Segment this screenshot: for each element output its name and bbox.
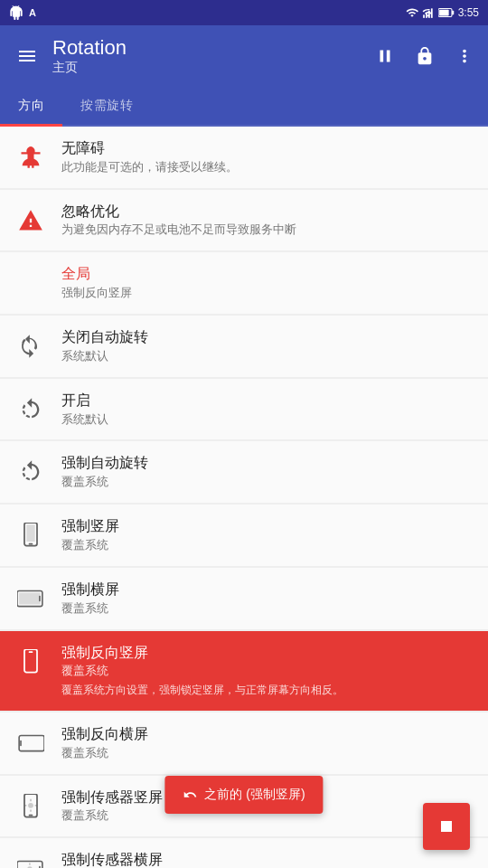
no-barrier-text: 无障碍 此功能是可选的，请接受以继续。 bbox=[61, 139, 474, 175]
reverse-portrait-icon bbox=[21, 649, 41, 675]
svg-rect-9 bbox=[26, 524, 34, 542]
global-text: 全局 强制反向竖屏 bbox=[61, 265, 474, 301]
sensor-portrait-icon-container bbox=[14, 790, 47, 823]
force-auto-rotate-title: 强制自动旋转 bbox=[61, 454, 474, 473]
turn-on-text: 开启 系统默认 bbox=[61, 392, 474, 428]
pause-button[interactable] bbox=[372, 43, 398, 69]
turn-on-subtitle: 系统默认 bbox=[61, 412, 474, 428]
force-sensor-landscape-title: 强制传感器横屏 bbox=[61, 851, 474, 868]
force-auto-rotate-subtitle: 覆盖系统 bbox=[61, 475, 474, 490]
sensor-portrait-icon bbox=[21, 794, 41, 819]
global-icon-container bbox=[14, 267, 47, 299]
app-title: Rotation bbox=[52, 36, 372, 60]
rotate-on-icon-container bbox=[14, 393, 47, 426]
ignore-optimize-text: 忽略优化 为避免因内存不足或电池不足而导致服务中断 bbox=[61, 203, 474, 239]
global-title: 全局 bbox=[61, 265, 474, 284]
list-item-no-barrier[interactable]: 无障碍 此功能是可选的，请接受以继续。 bbox=[0, 127, 488, 188]
rotate-on-icon bbox=[18, 397, 43, 422]
close-auto-rotate-subtitle: 系统默认 bbox=[61, 349, 474, 364]
no-barrier-title: 无障碍 bbox=[61, 139, 474, 158]
list-item-force-sensor-landscape[interactable]: 强制传感器横屏 覆盖系统 bbox=[0, 838, 488, 868]
force-portrait-title: 强制竖屏 bbox=[61, 517, 474, 536]
force-reverse-portrait-text: 强制反向竖屏 覆盖系统 覆盖系统方向设置，强制锁定竖屏，与正常屏幕方向相反。 bbox=[61, 644, 474, 698]
svg-rect-15 bbox=[29, 651, 33, 653]
force-reverse-landscape-title: 强制反向横屏 bbox=[61, 725, 474, 744]
portrait-icon bbox=[21, 523, 41, 548]
list-item-turn-on[interactable]: 开启 系统默认 bbox=[0, 379, 488, 440]
toolbar-title-block: Rotation 主页 bbox=[52, 36, 372, 76]
toolbar-actions bbox=[372, 43, 477, 69]
more-icon bbox=[455, 46, 474, 66]
force-reverse-landscape-text: 强制反向横屏 覆盖系统 bbox=[61, 725, 474, 761]
list-item-force-landscape[interactable]: 强制横屏 覆盖系统 bbox=[0, 568, 488, 629]
close-auto-rotate-text: 关闭自动旋转 系统默认 bbox=[61, 328, 474, 364]
no-barrier-subtitle: 此功能是可选的，请接受以继续。 bbox=[61, 160, 474, 175]
undo-button[interactable]: 之前的 (强制竖屏) bbox=[164, 776, 323, 814]
undo-icon bbox=[183, 788, 197, 802]
svg-rect-12 bbox=[19, 592, 41, 604]
force-reverse-landscape-subtitle: 覆盖系统 bbox=[61, 746, 474, 761]
list-item-close-auto-rotate[interactable]: 关闭自动旋转 系统默认 bbox=[0, 316, 488, 377]
reverse-landscape-icon-container bbox=[14, 727, 47, 760]
turn-on-title: 开启 bbox=[61, 392, 474, 410]
svg-rect-1 bbox=[426, 13, 427, 18]
tab-direction[interactable]: 方向 bbox=[0, 87, 62, 125]
force-auto-rotate-icon bbox=[18, 459, 43, 485]
svg-rect-6 bbox=[452, 11, 454, 15]
battery-icon bbox=[438, 6, 455, 19]
landscape-icon-container bbox=[14, 582, 47, 615]
wifi-icon bbox=[406, 6, 418, 19]
rotate-off-icon bbox=[18, 334, 43, 359]
reverse-landscape-icon bbox=[17, 733, 44, 753]
content-area: 无障碍 此功能是可选的，请接受以继续。 忽略优化 为避免因内存不足或电池不足而导… bbox=[0, 127, 488, 868]
pause-icon bbox=[375, 46, 395, 66]
svg-rect-13 bbox=[39, 596, 41, 601]
person-icon-container bbox=[14, 141, 47, 174]
portrait-icon-container bbox=[14, 519, 47, 552]
force-reverse-portrait-desc: 覆盖系统方向设置，强制锁定竖屏，与正常屏幕方向相反。 bbox=[61, 683, 474, 698]
status-bar-left: A bbox=[9, 5, 36, 20]
menu-icon bbox=[16, 45, 38, 67]
stop-fab[interactable] bbox=[423, 803, 470, 850]
list-item-force-auto-rotate[interactable]: 强制自动旋转 覆盖系统 bbox=[0, 441, 488, 503]
list-item-ignore-optimize[interactable]: 忽略优化 为避免因内存不足或电池不足而导致服务中断 bbox=[0, 190, 488, 251]
rotate-off-icon-container bbox=[14, 330, 47, 363]
svg-point-20 bbox=[28, 803, 33, 808]
menu-button[interactable] bbox=[11, 45, 43, 67]
signal-icon bbox=[422, 6, 435, 19]
stop-icon bbox=[436, 816, 457, 837]
app-subtitle: 主页 bbox=[52, 60, 372, 76]
reverse-portrait-icon-container bbox=[14, 646, 47, 678]
list-item-force-reverse-portrait[interactable]: 强制反向竖屏 覆盖系统 覆盖系统方向设置，强制锁定竖屏，与正常屏幕方向相反。 bbox=[0, 631, 488, 711]
global-subtitle: 强制反向竖屏 bbox=[61, 286, 474, 301]
warning-icon bbox=[18, 208, 43, 233]
svg-rect-19 bbox=[29, 814, 33, 816]
status-time: 3:55 bbox=[458, 6, 479, 19]
svg-rect-17 bbox=[20, 741, 22, 746]
list-item-global[interactable]: 全局 强制反向竖屏 bbox=[0, 252, 488, 314]
lock-icon bbox=[415, 46, 435, 66]
force-landscape-subtitle: 覆盖系统 bbox=[61, 601, 474, 617]
force-landscape-text: 强制横屏 覆盖系统 bbox=[61, 580, 474, 617]
svg-rect-3 bbox=[431, 8, 433, 17]
force-auto-rotate-icon-container bbox=[14, 456, 47, 488]
tab-bar: 方向 按需旋转 bbox=[0, 87, 488, 127]
status-bar-right: 3:55 bbox=[406, 6, 479, 19]
status-bar-app-icon: A bbox=[29, 7, 36, 18]
force-reverse-portrait-title: 强制反向竖屏 bbox=[61, 644, 474, 663]
close-auto-rotate-title: 关闭自动旋转 bbox=[61, 328, 474, 347]
ignore-optimize-subtitle: 为避免因内存不足或电池不足而导致服务中断 bbox=[61, 222, 474, 238]
force-landscape-title: 强制横屏 bbox=[61, 580, 474, 599]
status-bar: A 3:55 bbox=[0, 0, 488, 25]
list-item-force-portrait[interactable]: 强制竖屏 覆盖系统 bbox=[0, 505, 488, 566]
landscape-icon bbox=[17, 589, 44, 609]
toolbar: Rotation 主页 bbox=[0, 25, 488, 87]
force-portrait-subtitle: 覆盖系统 bbox=[61, 538, 474, 553]
more-button[interactable] bbox=[452, 43, 477, 69]
force-reverse-portrait-subtitle: 覆盖系统 bbox=[61, 664, 474, 679]
lock-button[interactable] bbox=[412, 43, 437, 69]
person-icon bbox=[18, 145, 43, 170]
tab-press-rotate[interactable]: 按需旋转 bbox=[62, 87, 151, 125]
svg-rect-0 bbox=[423, 14, 425, 18]
list-item-force-reverse-landscape[interactable]: 强制反向横屏 覆盖系统 bbox=[0, 712, 488, 774]
